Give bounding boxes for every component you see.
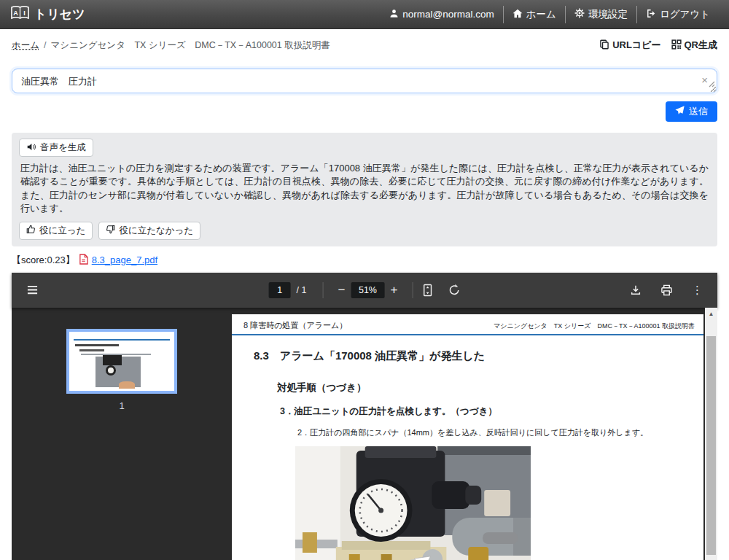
pdf-scrollbar[interactable]: ▲ ▼	[705, 308, 717, 560]
toolbar-divider	[412, 282, 413, 298]
thumbs-down-icon	[106, 225, 115, 236]
toolbar-divider	[323, 282, 324, 298]
not-helpful-button[interactable]: 役に立たなかった	[98, 222, 200, 240]
top-navbar: A I トリセツ normal@normal.com ホーム	[0, 0, 729, 29]
logout-icon	[646, 9, 656, 20]
pdf-viewer-embed: / 1 − 51% +	[12, 273, 717, 560]
thumbnail-preview	[75, 344, 119, 346]
pdf-page: 8 障害時の処置（アラーム） マシニングセンタ TX シリーズ DMC－TX－A…	[232, 314, 703, 560]
source-pdf-link[interactable]: 8.3_page_7.pdf	[92, 254, 157, 265]
pdf-menu-button[interactable]	[26, 284, 39, 295]
score-label: 【score:0.23】	[12, 254, 75, 267]
copy-icon	[599, 39, 609, 52]
nav-settings[interactable]: 環境設定	[566, 8, 636, 21]
url-copy-button[interactable]: URLコピー	[599, 39, 660, 52]
breadcrumb-home-link[interactable]: ホーム	[12, 39, 39, 52]
pdf-substep-text: 2．圧力計の四角部にスパナ（14mm）を差し込み、反時計回りに回して圧力計を取り…	[297, 427, 689, 438]
print-icon[interactable]	[660, 284, 673, 296]
pdf-page-container: 8 障害時の処置（アラーム） マシニングセンタ TX シリーズ DMC－TX－A…	[232, 308, 717, 560]
home-icon	[512, 9, 523, 20]
fit-to-page-button[interactable]	[421, 284, 433, 297]
book-ai-logo-icon: A I	[10, 5, 30, 24]
pdf-page-total: / 1	[297, 285, 307, 295]
svg-text:I: I	[23, 9, 26, 16]
more-options-icon[interactable]: ⋮	[692, 284, 703, 297]
pdf-header-left: 8 障害時の処置（アラーム）	[243, 320, 347, 331]
clear-input-icon[interactable]: ×	[701, 74, 708, 85]
pdf-page-number-input[interactable]	[269, 282, 291, 298]
pdf-body: 1 8 障害時の処置（アラーム） マシニングセンタ TX シリーズ DMC－TX…	[12, 308, 717, 560]
pdf-toolbar: / 1 − 51% +	[12, 273, 717, 308]
thumbnail-page-number: 1	[119, 400, 124, 411]
thumbs-up-icon	[26, 225, 36, 236]
pdf-file-icon	[79, 254, 88, 267]
breadcrumb: ホーム / マシニングセンタ TX シリーズ DMC－TX－A100001 取扱…	[12, 39, 330, 52]
rotate-button[interactable]	[448, 284, 460, 296]
user-email: normal@normal.com	[381, 9, 503, 20]
app-title: トリセツ	[34, 6, 85, 23]
generate-audio-button[interactable]: 音声を生成	[19, 139, 93, 157]
scroll-up-icon[interactable]: ▲	[705, 308, 717, 320]
pdf-zoom-level: 51%	[351, 282, 384, 298]
breadcrumb-current: マシニングセンタ TX シリーズ DMC－TX－A100001 取扱説明書	[51, 39, 330, 52]
answer-text: 圧力計は、油圧ユニットの圧力を測定するための装置です。アラーム「170008 油…	[20, 162, 709, 216]
nav-logout[interactable]: ログアウト	[637, 8, 719, 21]
breadcrumb-separator: /	[44, 40, 46, 50]
pdf-thumbnail-sidebar: 1	[12, 308, 232, 560]
question-input[interactable]: 油圧異常 圧力計	[12, 69, 717, 93]
download-icon[interactable]	[630, 284, 642, 296]
pdf-subsection-title: 対処手順（つづき）	[277, 381, 703, 394]
paper-plane-icon	[675, 106, 685, 117]
answer-panel: 音声を生成 圧力計は、油圧ユニットの圧力を測定するための装置です。アラーム「17…	[12, 133, 717, 246]
submit-button[interactable]: 送信	[666, 101, 717, 122]
helpful-button[interactable]: 役に立った	[19, 222, 93, 240]
svg-text:A: A	[13, 9, 18, 16]
thumbnail-preview	[79, 349, 104, 351]
search-area: 油圧異常 圧力計 ×	[12, 69, 717, 93]
gear-icon	[574, 8, 585, 20]
zoom-out-button[interactable]: −	[332, 283, 351, 298]
qr-generate-button[interactable]: QR生成	[671, 39, 718, 52]
scrollbar-thumb[interactable]	[706, 336, 716, 555]
pdf-thumbnail-page-1[interactable]	[66, 329, 177, 394]
person-icon	[389, 9, 399, 20]
zoom-in-button[interactable]: +	[384, 283, 403, 298]
speaker-icon	[26, 142, 36, 154]
pdf-step-heading: 3．油圧ユニットの圧力計を点検します。（つづき）	[280, 405, 703, 418]
pdf-photo-pressure-gauge	[295, 446, 531, 560]
app-logo[interactable]: A I トリセツ	[10, 5, 85, 24]
thumbnail-preview	[95, 357, 141, 387]
pdf-section-title: 8.3 アラーム「170008 油圧異常」が発生した	[254, 349, 703, 363]
nav-home[interactable]: ホーム	[504, 8, 565, 21]
thumbnail-preview	[74, 339, 170, 341]
pdf-header-right: マシニングセンタ TX シリーズ DMC－TX－A100001 取扱説明書	[494, 322, 695, 331]
qr-code-icon	[671, 39, 682, 52]
